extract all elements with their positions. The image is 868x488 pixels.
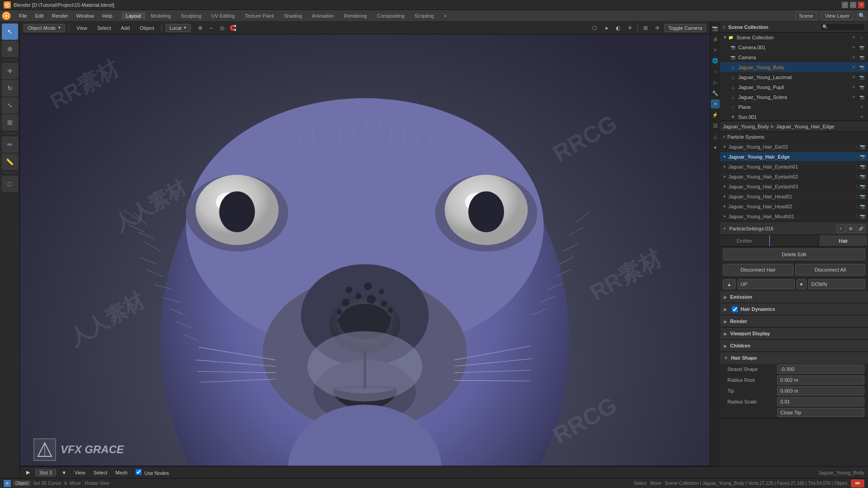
eye-icon-5[interactable]: 👁 [850,84,857,91]
tip-value[interactable]: 0.003 m [777,386,864,395]
restrict-render-icon-6[interactable]: 📷 [858,94,865,101]
menu-edit[interactable]: Edit [32,12,47,19]
ps-cam-edge[interactable]: 📷 [860,154,865,159]
ps-row-eyelash01[interactable]: ✦ Jaguar_Young_Hair_Eyelash01 □ 📷 [720,162,868,172]
bt-mesh[interactable]: Mesh [113,469,130,476]
hair-dynamics-header[interactable]: ▶ Hair Dynamics [720,303,868,315]
scene-collection-row[interactable]: ▼ 📁 Scene Collection 👁 ⊙ [720,33,868,42]
outliner-jaguar-sclera[interactable]: △ Jaguar_Young_Sclera 👁 📷 [720,92,868,102]
menu-help[interactable]: Help [99,12,116,19]
disconnect-all-button[interactable]: Disconnect All [795,264,866,276]
menu-file[interactable]: File [15,12,31,19]
workspace-compositing[interactable]: Compositing [373,12,409,19]
outliner-jaguar-body[interactable]: △ Jaguar_Young_Body 👁 📷 [720,62,868,72]
data-props-icon[interactable]: △ [711,132,720,141]
hair-tab[interactable]: Hair [819,235,868,246]
ps-row-edge[interactable]: ✦ Jaguar_Young_Hair_Edge □ 📷 [720,152,868,162]
outliner-camera001[interactable]: 📷 Camera.001 👁 📷 [720,42,868,52]
eye-icon-7[interactable]: 👁 [858,103,865,111]
use-nodes-checkbox[interactable] [136,469,142,475]
header-add[interactable]: Add [118,24,134,32]
workspace-scripting[interactable]: Scripting [410,12,439,19]
ps-row-eyelash03[interactable]: ✦ Jaguar_Young_Hair_Eyelash03 □ 📷 [720,182,868,192]
disconnect-hair-button[interactable]: Disconnect Hair [723,264,793,276]
ps-eye-eyelash03[interactable]: □ [856,184,859,189]
workspace-uv-editing[interactable]: UV Editing [207,12,239,19]
outliner-sun001[interactable]: ☀ Sun.001 👁 [720,112,868,121]
particles-props-icon active[interactable]: ✦ [711,99,720,108]
down-select[interactable]: DOWN [808,279,866,289]
outliner-jaguar-pupil[interactable]: △ Jaguar_Young_Pupil 👁 📷 [720,82,868,92]
world-props-icon[interactable]: ○ [711,67,720,76]
outliner-search[interactable] [820,23,865,31]
wireframe-icon[interactable]: ⬡ [590,23,599,33]
outliner-jaguar-lacrimal[interactable]: △ Jaguar_Young_Lacrimal 👁 📷 [720,72,868,82]
header-view[interactable]: View [73,24,91,32]
proportional-icon[interactable]: ◎ [217,23,227,33]
ps-link-btn[interactable]: 🔗 [856,224,865,233]
cursor-tool-button[interactable]: ⊕ [2,41,18,57]
rendered-icon[interactable]: ☀ [625,23,635,33]
minimize-button[interactable]: ─ [842,2,848,8]
scale-tool-button[interactable]: ⤡ [2,97,18,113]
ps-row-head02[interactable]: ✦ Jaguar_Young_Hair_Head02 □ 📷 [720,202,868,211]
emitter-tab[interactable]: Emitter [720,235,769,246]
workspace-add[interactable]: + [439,12,451,19]
hair-shape-header[interactable]: ▼ Hair Shape [720,352,868,364]
ps-cam-head02[interactable]: 📷 [860,204,865,209]
restrict-render-icon-5[interactable]: 📷 [858,84,865,91]
workspace-texture-paint[interactable]: Texture Paint [240,12,278,19]
eye-icon-8[interactable]: 👁 [858,113,865,121]
toggle-camera-button[interactable]: Toggle Camera [664,24,706,32]
slot-label[interactable]: Slot 3 [35,469,56,476]
bt-view[interactable]: ▶ [24,469,33,476]
direction-arrow-dropdown[interactable]: ▼ [797,279,807,289]
ps-row-ear02[interactable]: ✦ Jaguar_Young_Hair_Ear02 □ 📷 [720,142,868,152]
constraints-props-icon[interactable]: ⛓ [711,121,720,130]
workspace-animation[interactable]: Animation [307,12,339,19]
rrcg-icon[interactable]: RR [851,479,864,488]
ps-cam-mouth01[interactable]: 📷 [860,214,865,219]
restrict-render-icon-2[interactable]: 📷 [858,54,865,61]
transform-tool-button[interactable]: ⊞ [2,114,18,131]
restrict-render-icon-3[interactable]: 📷 [858,64,865,71]
view-layer-button[interactable]: View Layer [821,12,854,20]
render-props-icon[interactable]: 📷 [711,23,720,33]
local-dropdown[interactable]: Local ▼ [165,24,191,32]
maximize-button[interactable]: □ [850,2,856,8]
status-mode[interactable]: Object [13,480,31,486]
bt-select[interactable]: Select [91,469,110,476]
rotate-tool-button[interactable]: ↻ [2,80,18,96]
emission-header[interactable]: ▶ Emission [720,291,868,303]
eye-icon-6[interactable]: 👁 [850,94,857,101]
bt-view-2[interactable]: View [72,469,88,476]
ps-row-mouth01[interactable]: ✦ Jaguar_Young_Hair_Mouth01 □ 📷 [720,211,868,221]
global-icon[interactable]: ⊕ [195,23,205,33]
viewport-display-header[interactable]: ▶ Viewport Display [720,328,868,339]
transform-icon-2[interactable]: ↔ [206,23,216,33]
search-icon[interactable]: 🔍 [857,11,866,20]
object-props-icon[interactable]: ▷ [711,78,720,87]
ps-cam-ear02[interactable]: 📷 [860,144,865,149]
hair-dynamics-checkbox[interactable] [732,306,738,312]
material-icon[interactable]: ◐ [613,23,623,33]
eye-icon-2[interactable]: 👁 [850,54,857,61]
workspace-shading[interactable]: Shading [279,12,307,19]
workspace-modeling[interactable]: Modeling [146,12,176,19]
ps-eye-head01[interactable]: □ [856,194,859,199]
delete-edit-button[interactable]: Delete Edit [723,249,865,260]
ps-cam-eyelash03[interactable]: 📷 [860,184,865,189]
eye-icon[interactable]: 👁 [850,34,857,41]
ps-eye-mouth01[interactable]: □ [856,214,859,219]
bt-usenodes[interactable]: Use Nodes [133,468,171,477]
view-layer-props-icon[interactable]: ≡ [711,45,720,54]
close-tip-button[interactable]: Close Tip [777,408,864,417]
restrict-icon[interactable]: ⊙ [858,34,865,41]
ps-eye-ear02[interactable]: □ [856,144,859,149]
workspace-sculpting[interactable]: Sculpting [176,12,206,19]
annotate-tool-button[interactable]: ✏ [2,136,18,153]
object-mode-dropdown[interactable]: Object Mode ▼ [24,24,65,32]
render-header[interactable]: ▶ Render [720,315,868,327]
solid-icon[interactable]: ● [601,23,611,33]
close-button[interactable]: ✕ [858,2,864,8]
